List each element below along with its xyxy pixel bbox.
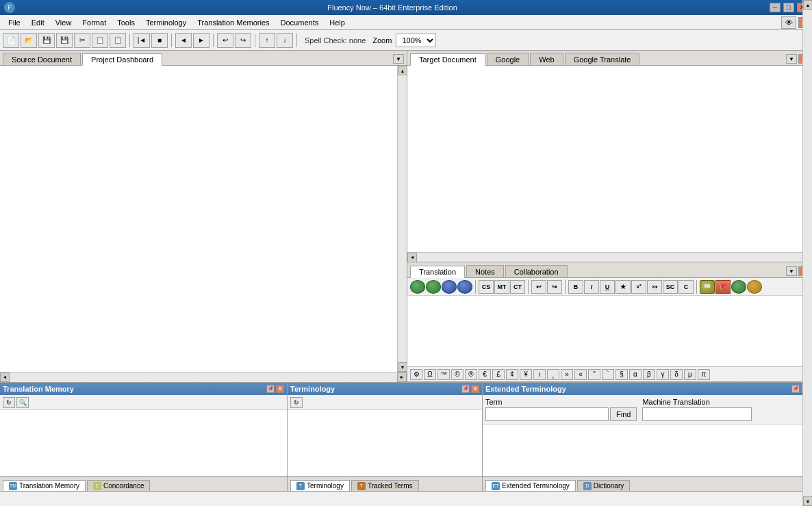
trans-green-btn1[interactable] [410,280,425,294]
tab-project-dashboard[interactable]: Project Dashboard [82,53,162,66]
tm-close-button[interactable]: ✕ [276,385,284,393]
char-tm[interactable]: ™ [437,369,450,380]
char-euro[interactable]: € [479,369,491,380]
restore-button[interactable]: □ [783,3,794,12]
right-scroll-left[interactable] [407,253,417,262]
trans-sc-btn[interactable]: SC [663,280,678,294]
trans-ct-btn[interactable]: CT [510,280,525,294]
menu-terminology[interactable]: Terminology [140,15,192,29]
ext-mt-input[interactable] [642,407,752,421]
menu-documents[interactable]: Documents [275,15,325,29]
ext-find-button[interactable]: Find [610,407,637,421]
trans-superscript-btn[interactable]: x² [631,280,646,294]
paste-button[interactable]: 📋 [110,33,126,48]
bottom-tab-extended-terminology[interactable]: ET Extended Terminology [485,480,576,491]
char-copyright[interactable]: © [451,369,464,380]
left-h-scrollbar[interactable] [0,372,407,381]
left-scroll-track[interactable] [10,372,397,382]
tm-search-btn[interactable]: 🔍 [16,397,29,408]
ext-pin-button[interactable]: 📌 [791,385,800,393]
bottom-tab-dictionary[interactable]: D Dictionary [577,480,630,491]
tab-google-translate[interactable]: Google Translate [565,53,640,65]
stop-button[interactable]: ■ [151,33,168,48]
download-button[interactable]: ↓ [277,33,293,48]
trans-redo-btn[interactable]: ↪ [547,280,562,294]
trans-undo-btn[interactable]: ↩ [531,280,546,294]
char-pi[interactable]: π [698,369,710,380]
trans-tab-dropdown[interactable]: ▼ [786,266,797,276]
upload-button[interactable]: ↑ [259,33,275,48]
char-gamma[interactable]: γ [657,369,669,380]
tab-google[interactable]: Google [487,53,529,65]
char-laquo[interactable]: « [574,369,587,380]
trans-yellow-btn[interactable] [747,280,762,294]
left-tab-dropdown[interactable]: ▼ [393,54,404,64]
char-mu[interactable]: μ [684,369,696,380]
tab-translation[interactable]: Translation [410,266,465,278]
next-button[interactable]: ► [193,33,210,48]
bottom-tab-terminology[interactable]: T Terminology [290,480,350,491]
trans-italic-btn[interactable]: I [584,280,599,294]
char-alpha[interactable]: α [629,369,642,380]
tm-refresh-btn[interactable]: ↻ [3,397,15,408]
bottom-tab-tm[interactable]: TM Translation Memory [3,480,86,491]
prev-button[interactable]: ◄ [175,33,192,48]
char-settings[interactable]: ⚙ [410,369,422,380]
menu-edit[interactable]: Edit [26,15,50,29]
undo-button[interactable]: ↩ [217,33,233,48]
minimize-button[interactable]: ─ [770,3,781,12]
char-beta[interactable]: β [643,369,655,380]
term-refresh-btn[interactable]: ↻ [290,397,303,408]
trans-flag-btn[interactable]: 🚩 [715,280,731,294]
tab-target-document[interactable]: Target Document [410,53,485,66]
char-omega[interactable]: Ω [424,369,436,380]
char-quote[interactable]: " [588,369,600,380]
right-h-scrollbar[interactable] [407,252,812,262]
char-section[interactable]: § [616,369,628,380]
trans-mt-btn[interactable]: MT [494,280,509,294]
trans-underline-btn[interactable]: U [600,280,615,294]
redo-button[interactable]: ↪ [235,33,251,48]
trans-scroll-thumb[interactable] [803,10,812,496]
term-pin-button[interactable]: 📌 [461,385,470,393]
char-backtick[interactable]: ` [602,369,614,380]
trans-blue-btn2[interactable] [457,280,472,294]
char-dotless-i[interactable]: ı [533,369,546,380]
char-registered[interactable]: ® [465,369,477,380]
char-raquo[interactable]: » [561,369,573,380]
menu-help[interactable]: Help [324,15,351,29]
tab-web[interactable]: Web [530,53,563,65]
zoom-select[interactable]: 100% 75% 125% 150% [396,34,436,47]
char-yen[interactable]: ¥ [520,369,532,380]
right-tab-dropdown[interactable]: ▼ [786,54,797,64]
bottom-tab-concordance[interactable]: C Concordance [87,480,150,491]
trans-scroll-down[interactable] [803,496,812,506]
tab-notes[interactable]: Notes [466,265,504,277]
menu-tools[interactable]: Tools [112,15,140,29]
trans-dict-btn[interactable]: 📖 [700,280,715,294]
new-button[interactable]: 📄 [3,33,19,48]
cut-button[interactable]: ✂ [74,33,90,48]
char-pound[interactable]: £ [492,369,505,380]
right-scroll-track[interactable] [417,253,802,262]
open-button[interactable]: 📂 [21,33,37,48]
trans-green-btn3[interactable] [731,280,746,294]
tab-collaboration[interactable]: Collaboration [505,265,568,277]
trans-blue-btn1[interactable] [442,280,457,294]
trans-c-btn[interactable]: C [678,280,694,294]
left-scroll-right[interactable] [397,372,407,382]
save-all-button[interactable]: 💾 [56,33,73,48]
trans-bold-btn[interactable]: B [568,280,583,294]
trans-subscript-btn[interactable]: x₂ [647,280,662,294]
char-delta[interactable]: δ [670,369,683,380]
menu-file[interactable]: File [3,15,26,29]
trans-star-btn[interactable]: ★ [616,280,631,294]
trans-cs-btn[interactable]: CS [479,280,494,294]
char-cent[interactable]: ¢ [506,369,518,380]
char-cedilla[interactable]: ¸ [547,369,559,380]
save-button[interactable]: 💾 [38,33,55,48]
menu-view[interactable]: View [50,15,77,29]
tab-source-document[interactable]: Source Document [3,53,81,65]
bottom-tab-tracked-terms[interactable]: T Tracked Terms [351,480,419,491]
left-scroll-thumb[interactable] [398,75,407,362]
